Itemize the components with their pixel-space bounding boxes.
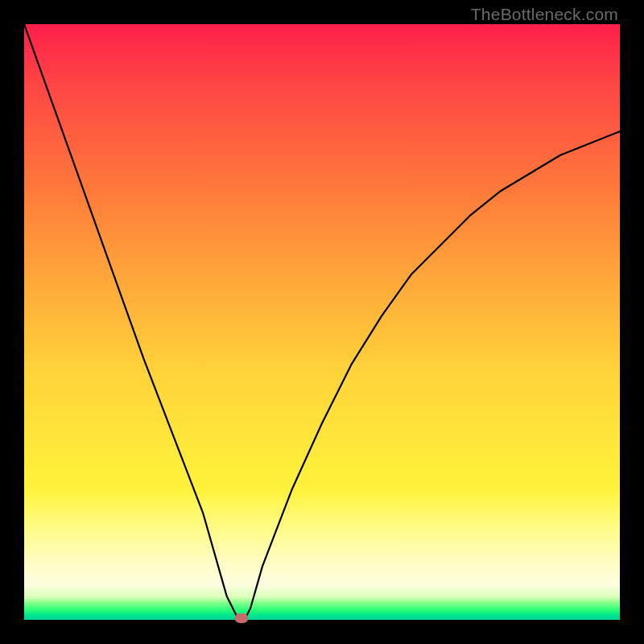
chart-frame: TheBottleneck.com xyxy=(0,0,644,644)
watermark-text: TheBottleneck.com xyxy=(471,5,618,24)
optimum-marker xyxy=(235,613,248,623)
bottleneck-curve xyxy=(24,24,620,620)
plot-area xyxy=(24,24,620,620)
